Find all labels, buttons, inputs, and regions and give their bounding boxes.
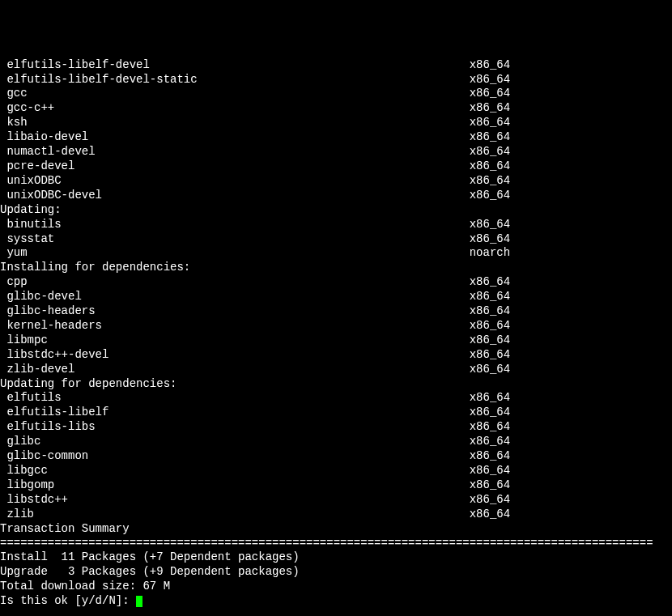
section-installing-deps: Installing for dependencies: (0, 261, 672, 275)
package-arch: x86_64 (470, 275, 510, 290)
package-name: elfutils-libelf (0, 406, 470, 420)
divider-line: ========================================… (0, 537, 672, 551)
package-row: yumnoarch (0, 246, 672, 261)
package-arch: x86_64 (470, 420, 510, 435)
package-row: libgompx86_64 (0, 478, 672, 493)
package-row: elfutils-libelf-devel-staticx86_64 (0, 73, 672, 87)
package-arch: x86_64 (470, 218, 510, 232)
package-arch: x86_64 (470, 406, 510, 420)
package-name: glibc-common (0, 449, 470, 464)
package-arch: x86_64 (470, 87, 510, 101)
package-name: libstdc++-devel (0, 348, 470, 363)
package-row: gccx86_64 (0, 87, 672, 101)
package-row: elfutils-libelfx86_64 (0, 406, 672, 420)
package-name: gcc (0, 87, 470, 101)
section-updating: Updating: (0, 203, 672, 218)
package-name: sysstat (0, 232, 470, 247)
package-row: glibc-headersx86_64 (0, 304, 672, 319)
package-arch: x86_64 (470, 145, 510, 159)
package-name: unixODBC (0, 174, 470, 189)
package-name: numactl-devel (0, 145, 470, 159)
package-row: libaio-develx86_64 (0, 130, 672, 145)
package-arch: x86_64 (470, 493, 510, 508)
package-arch: x86_64 (470, 58, 510, 73)
package-arch: x86_64 (470, 73, 510, 87)
package-arch: noarch (470, 246, 510, 261)
section-updating-deps: Updating for dependencies: (0, 377, 672, 392)
package-name: libgcc (0, 464, 470, 478)
package-row: elfutils-libelf-develx86_64 (0, 58, 672, 73)
package-row: glibcx86_64 (0, 435, 672, 449)
package-arch: x86_64 (470, 449, 510, 464)
package-row: numactl-develx86_64 (0, 145, 672, 159)
package-row: kernel-headersx86_64 (0, 319, 672, 333)
install-summary: Install 11 Packages (+7 Dependent packag… (0, 550, 672, 565)
package-row: libstdc++x86_64 (0, 493, 672, 508)
package-row: unixODBC-develx86_64 (0, 189, 672, 203)
package-name: libmpc (0, 333, 470, 348)
package-name: kernel-headers (0, 319, 470, 333)
transaction-summary-heading: Transaction Summary (0, 522, 672, 537)
package-arch: x86_64 (470, 464, 510, 478)
package-name: libstdc++ (0, 493, 470, 508)
package-row: cppx86_64 (0, 275, 672, 290)
package-name: zlib (0, 508, 470, 522)
package-name: pcre-devel (0, 159, 470, 174)
download-size: Total download size: 67 M (0, 580, 672, 594)
package-row: glibc-commonx86_64 (0, 449, 672, 464)
package-arch: x86_64 (470, 232, 510, 247)
package-row: zlibx86_64 (0, 508, 672, 522)
package-arch: x86_64 (470, 508, 510, 522)
package-row: elfutilsx86_64 (0, 391, 672, 406)
terminal-output: elfutils-libelf-develx86_64 elfutils-lib… (0, 58, 672, 609)
package-name: elfutils-libelf-devel (0, 58, 470, 73)
package-row: unixODBCx86_64 (0, 174, 672, 189)
prompt-text: Is this ok [y/d/N]: (0, 594, 136, 607)
package-row: zlib-develx86_64 (0, 363, 672, 377)
package-name: elfutils (0, 391, 470, 406)
package-arch: x86_64 (470, 478, 510, 493)
package-name: ksh (0, 116, 470, 130)
package-arch: x86_64 (470, 101, 510, 116)
package-arch: x86_64 (470, 130, 510, 145)
package-row: glibc-develx86_64 (0, 290, 672, 304)
package-name: zlib-devel (0, 363, 470, 377)
package-row: binutilsx86_64 (0, 218, 672, 232)
package-name: glibc (0, 435, 470, 449)
package-name: glibc-headers (0, 304, 470, 319)
package-name: glibc-devel (0, 290, 470, 304)
package-arch: x86_64 (470, 333, 510, 348)
package-row: sysstatx86_64 (0, 232, 672, 247)
package-name: yum (0, 246, 470, 261)
package-arch: x86_64 (470, 435, 510, 449)
package-arch: x86_64 (470, 391, 510, 406)
package-arch: x86_64 (470, 174, 510, 189)
package-row: kshx86_64 (0, 116, 672, 130)
package-arch: x86_64 (470, 319, 510, 333)
package-arch: x86_64 (470, 348, 510, 363)
package-row: gcc-c++x86_64 (0, 101, 672, 116)
cursor-icon (136, 596, 142, 607)
package-row: libstdc++-develx86_64 (0, 348, 672, 363)
package-arch: x86_64 (470, 290, 510, 304)
upgrade-summary: Upgrade 3 Packages (+9 Dependent package… (0, 565, 672, 580)
package-name: unixODBC-devel (0, 189, 470, 203)
package-name: elfutils-libelf-devel-static (0, 73, 470, 87)
package-name: gcc-c++ (0, 101, 470, 116)
package-arch: x86_64 (470, 363, 510, 377)
package-row: pcre-develx86_64 (0, 159, 672, 174)
package-arch: x86_64 (470, 304, 510, 319)
package-row: libgccx86_64 (0, 464, 672, 478)
package-name: libaio-devel (0, 130, 470, 145)
package-arch: x86_64 (470, 189, 510, 203)
confirm-prompt[interactable]: Is this ok [y/d/N]: (0, 594, 672, 609)
package-row: libmpcx86_64 (0, 333, 672, 348)
package-arch: x86_64 (470, 116, 510, 130)
package-row: elfutils-libsx86_64 (0, 420, 672, 435)
package-name: binutils (0, 218, 470, 232)
package-name: elfutils-libs (0, 420, 470, 435)
package-name: cpp (0, 275, 470, 290)
package-arch: x86_64 (470, 159, 510, 174)
package-name: libgomp (0, 478, 470, 493)
